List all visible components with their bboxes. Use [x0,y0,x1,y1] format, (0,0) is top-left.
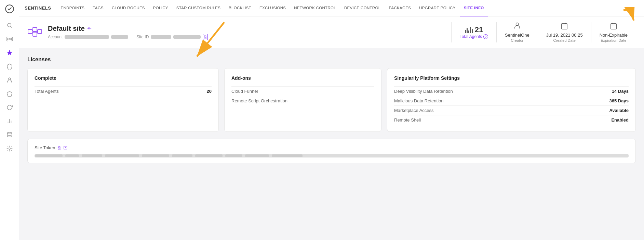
nav-blocklist[interactable]: BLOCKLIST [225,0,255,16]
total-agents-row-value: 20 [207,89,212,94]
account-label: Account [48,35,63,39]
sidebar-item-user[interactable] [3,74,16,86]
edit-site-icon[interactable]: ✏ [88,26,92,31]
marketplace-value: Available [609,108,629,113]
copy-site-id-icon[interactable]: ⎘ [203,34,208,40]
remote-script-label: Remote Script Orchestration [231,98,287,103]
creator-label: Creator [511,38,524,42]
site-stats: 21 Total Agents ? SentinelOn [451,22,636,42]
site-id-value [151,35,171,39]
content-area: Default site ✏ Account Site ID ⎘ [19,16,644,240]
creator-name: SentinelOne [505,33,529,38]
nav-exclusions[interactable]: EXCLUSIONS [255,0,290,16]
svg-rect-17 [562,23,567,29]
nav-policy[interactable]: POLICY [149,0,172,16]
nav-device-control[interactable]: DEVICE CONTROL [340,0,385,16]
nav-site-info[interactable]: SITE INFO [460,0,488,16]
site-token-section: Site Token ⎘ ⊡ [27,139,636,163]
svg-point-10 [7,132,12,134]
sidebar-item-search[interactable] [3,19,16,31]
svg-rect-15 [38,29,42,34]
copy-token-icon[interactable]: ⎘ [58,145,61,150]
cloud-funnel-label: Cloud Funnel [231,89,258,94]
sidebar-item-database[interactable] [3,129,16,141]
top-navigation: SENTINELS ENDPOINTS TAGS CLOUD ROGUES PO… [19,0,644,16]
site-id-label: Site ID [136,35,149,39]
nav-upgrade-policy[interactable]: UPGRADE POLICY [415,0,459,16]
remote-shell-value: Enabled [611,117,629,123]
svg-point-11 [9,148,10,150]
svg-rect-12 [28,29,32,34]
token-segment-6 [172,154,192,157]
svg-line-2 [11,26,12,28]
site-header: Default site ✏ Account Site ID ⎘ [19,16,644,48]
license-cards-row: Complete Total Agents 20 Add-ons Cloud F… [27,68,636,132]
complete-card-title: Complete [35,75,212,81]
token-segment-2 [65,154,79,157]
total-agents-label-text: Total Agents [460,34,482,39]
token-segment-3 [82,154,102,157]
sidebar-logo[interactable] [3,3,16,15]
bar3 [468,30,469,33]
nav-cloud-rogues[interactable]: CLOUD ROGUES [108,0,149,16]
site-id-value-2 [173,35,201,39]
site-token-header: Site Token ⎘ ⊡ [35,144,629,151]
sidebar-item-shield[interactable] [3,60,16,73]
total-agents-row-label: Total Agents [35,89,59,94]
sidebar-item-star[interactable] [3,47,16,59]
complete-card: Complete Total Agents 20 [27,68,219,132]
svg-rect-14 [33,32,37,36]
nav-tags[interactable]: TAGS [89,0,108,16]
token-segment-5 [142,154,169,157]
view-token-icon[interactable]: ⊡ [63,144,68,151]
sidebar-item-chart[interactable] [3,115,16,127]
sidebar-item-diamond[interactable] [3,88,16,100]
bar4 [470,27,471,33]
calendar-icon [561,22,568,31]
deep-visibility-row: Deep Visibility Data Retention 14 Days [394,86,629,96]
svg-marker-6 [7,91,12,97]
token-segment-9 [245,154,269,157]
sidebar-item-settings[interactable] [3,142,16,155]
created-date-value: Jul 19, 2021 00:25 [546,33,583,38]
token-value-bar [35,154,629,157]
agents-count: 21 [475,25,483,34]
cloud-funnel-row: Cloud Funnel [231,86,374,96]
expiration-calendar-icon [610,22,617,31]
site-name-area: Default site ✏ [48,25,208,33]
bar-chart-icon [465,26,473,33]
marketplace-label: Marketplace Access [394,108,434,113]
svg-point-3 [9,38,10,40]
site-id-meta: Site ID ⎘ [136,34,208,40]
account-meta: Account [48,35,128,39]
deep-visibility-value: 14 Days [612,89,629,94]
site-name: Default site [48,25,85,33]
expiration-label: Expiration Date [601,38,626,42]
token-segment-1 [35,154,63,157]
nav-network-control[interactable]: NETWORK CONTROL [290,0,340,16]
sidebar-item-wireless[interactable] [3,33,16,45]
main-content: SENTINELS ENDPOINTS TAGS CLOUD ROGUES PO… [19,0,644,240]
remote-script-row: Remote Script Orchestration [231,96,374,105]
svg-rect-21 [611,23,617,29]
svg-point-5 [9,78,11,80]
svg-rect-13 [33,27,37,31]
site-meta: Account Site ID ⎘ [48,34,208,40]
creator-person-icon [513,22,521,31]
remote-shell-label: Remote Shell [394,117,421,123]
site-icon [27,25,42,40]
nav-star-custom-rules[interactable]: STAR CUSTOM RULES [172,0,225,16]
sidebar-item-refresh[interactable] [3,101,16,114]
nav-packages[interactable]: PACKAGES [385,0,415,16]
creator-stat: SentinelOne Creator [496,22,538,42]
bar5 [472,29,473,33]
created-date-stat: Jul 19, 2021 00:25 Created Date [538,22,591,42]
account-value [65,35,109,39]
svg-point-16 [516,23,518,25]
total-agents-info-icon[interactable]: ? [483,34,488,39]
brand-name: SENTINELS [25,5,51,11]
page-body: Licenses Complete Total Agents 20 Add-on… [19,48,644,172]
total-agents-label[interactable]: Total Agents ? [460,34,488,39]
nav-endpoints[interactable]: ENDPOINTS [56,0,89,16]
platform-card-title: Singularity Platform Settings [394,75,629,81]
